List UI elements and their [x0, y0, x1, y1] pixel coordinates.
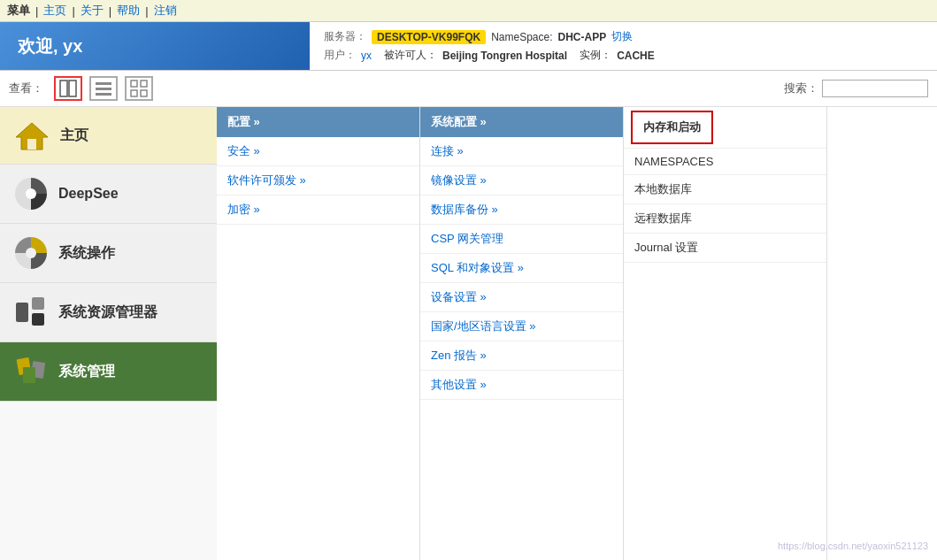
svg-rect-10 [27, 139, 36, 150]
menu-item-security[interactable]: 安全 » [217, 137, 419, 166]
namespace-value: DHC-APP [558, 31, 607, 43]
view-label: 查看： [9, 81, 43, 96]
menu-logout[interactable]: 注销 [154, 3, 177, 19]
deepsee-icon [14, 177, 48, 211]
svg-point-14 [26, 248, 36, 258]
search-area: 搜索： [784, 80, 928, 97]
menu-item-journal[interactable]: Journal 设置 [624, 234, 826, 263]
menu-item-csp[interactable]: CSP 网关管理 [420, 225, 623, 254]
user-value[interactable]: yx [361, 50, 372, 62]
svg-rect-16 [32, 297, 44, 310]
home-icon [14, 119, 50, 151]
menu-item-device[interactable]: 设备设置 » [420, 283, 623, 312]
user-row: 用户： yx 被许可人： Beijing Tongren Hospital 实例… [324, 48, 655, 63]
menu-home[interactable]: 主页 [43, 3, 66, 19]
menu-col-sysconfig: 系统配置 » 连接 » 镜像设置 » 数据库备份 » CSP 网关管理 SQL … [420, 107, 624, 560]
sidebar-item-sysop[interactable]: 系统操作 [0, 224, 217, 283]
svg-rect-3 [96, 88, 111, 90]
menu-col-config: 配置 » 安全 » 软件许可颁发 » 加密 » [217, 107, 420, 560]
svg-rect-5 [131, 81, 137, 87]
view-btn-grid[interactable] [125, 76, 153, 101]
menu-col-sysconfig-header: 系统配置 » [420, 107, 623, 137]
welcome-text: 欢迎, yx [18, 35, 82, 58]
svg-rect-7 [131, 90, 137, 96]
menu-item-sql[interactable]: SQL 和对象设置 » [420, 254, 623, 283]
menu-item-zen[interactable]: Zen 报告 » [420, 341, 623, 371]
menu-area: 配置 » 安全 » 软件许可颁发 » 加密 » 系统配置 » 连接 » 镜像设置… [217, 107, 937, 560]
user-label: 用户： [324, 48, 356, 63]
instance-value: CACHE [617, 50, 655, 62]
svg-rect-2 [96, 82, 111, 85]
menu-about[interactable]: 关于 [81, 3, 104, 19]
panel-icon [59, 80, 77, 97]
sidebar: 主页 DeepSee 系统操作 [0, 107, 217, 560]
view-btn-panel[interactable] [54, 76, 82, 101]
memory-header-wrap: 内存和启动 [624, 107, 826, 149]
watermark: https://blog.csdn.net/yaoxin521123 [778, 541, 928, 551]
svg-rect-8 [141, 90, 147, 96]
switch-link[interactable]: 切换 [611, 29, 633, 44]
menu-item-locale[interactable]: 国家/地区语言设置 » [420, 312, 623, 341]
server-row: 服务器： DESKTOP-VK99FQK NameSpace: DHC-APP … [324, 29, 655, 44]
svg-rect-20 [23, 367, 35, 383]
menu-item-mirror[interactable]: 镜像设置 » [420, 166, 623, 196]
sidebar-item-label: DeepSee [58, 186, 119, 202]
menu-item-remotedb[interactable]: 远程数据库 [624, 204, 826, 234]
menu-help[interactable]: 帮助 [117, 3, 140, 19]
menu-item-encrypt[interactable]: 加密 » [217, 196, 419, 225]
sidebar-item-home[interactable]: 主页 [0, 107, 217, 165]
server-label: 服务器： [324, 29, 366, 44]
instance-label: 实例： [580, 48, 611, 63]
grid-icon [130, 80, 148, 97]
svg-rect-4 [96, 93, 111, 96]
sysop-icon [14, 236, 48, 270]
namespace-label: NameSpace: [491, 31, 552, 43]
welcome-box: 欢迎, yx [0, 22, 310, 70]
menu-col-config-header: 配置 » [217, 107, 419, 137]
allowed-value: Beijing Tongren Hospital [442, 50, 567, 62]
memory-header[interactable]: 内存和启动 [631, 111, 713, 144]
svg-rect-17 [32, 313, 44, 326]
header-area: 欢迎, yx 服务器： DESKTOP-VK99FQK NameSpace: D… [0, 22, 937, 71]
list-icon [95, 80, 112, 97]
sidebar-item-label: 系统资源管理器 [58, 303, 157, 322]
sidebar-item-label: 系统操作 [58, 244, 115, 263]
menu-item-connect[interactable]: 连接 » [420, 137, 623, 166]
sysres-icon [14, 295, 48, 329]
svg-rect-0 [60, 81, 67, 96]
menu-item-other[interactable]: 其他设置 » [420, 371, 623, 400]
menu-item-dbbackup[interactable]: 数据库备份 » [420, 196, 623, 225]
search-label: 搜索： [784, 81, 818, 96]
sysadmin-icon [14, 355, 48, 388]
menu-col-memory: 内存和启动 NAMESPACES 本地数据库 远程数据库 Journal 设置 [624, 107, 827, 560]
server-info: 服务器： DESKTOP-VK99FQK NameSpace: DHC-APP … [310, 22, 669, 70]
view-btn-list[interactable] [89, 76, 118, 101]
menu-item-namespaces[interactable]: NAMESPACES [624, 149, 826, 175]
main-content: 主页 DeepSee 系统操作 [0, 107, 937, 560]
search-input[interactable] [822, 80, 928, 97]
menu-item-license[interactable]: 软件许可颁发 » [217, 166, 419, 196]
server-value: DESKTOP-VK99FQK [372, 30, 486, 44]
svg-rect-6 [141, 81, 147, 87]
svg-rect-1 [69, 81, 76, 96]
toolbar: 查看： 搜索： [0, 71, 937, 107]
menu-item-localdb[interactable]: 本地数据库 [624, 175, 826, 204]
sidebar-item-label: 主页 [60, 127, 88, 145]
top-menu-bar: 菜单 | 主页 | 关于 | 帮助 | 注销 [0, 0, 937, 22]
sidebar-item-sysres[interactable]: 系统资源管理器 [0, 283, 217, 342]
allowed-label: 被许可人： [384, 48, 437, 63]
sidebar-item-sysadmin[interactable]: 系统管理 [0, 342, 217, 402]
menu-label[interactable]: 菜单 [7, 3, 30, 19]
svg-rect-15 [16, 303, 28, 322]
sidebar-item-deepsee[interactable]: DeepSee [0, 165, 217, 224]
svg-point-12 [26, 188, 36, 199]
sidebar-item-label: 系统管理 [58, 363, 115, 381]
